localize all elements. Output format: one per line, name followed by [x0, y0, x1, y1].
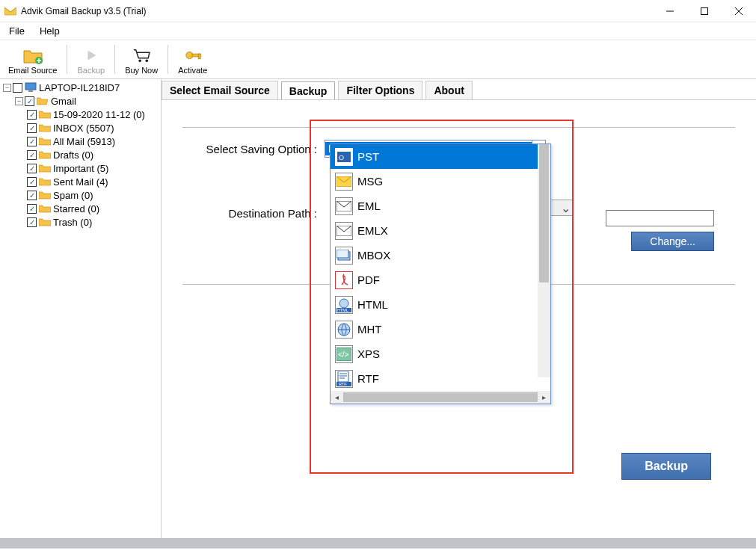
checkbox[interactable]: ✓ — [27, 150, 37, 160]
key-icon — [182, 45, 203, 66]
tree-label: INBOX (5507) — [53, 123, 114, 134]
scroll-right-icon[interactable]: ▸ — [539, 392, 549, 402]
tree-label: Gmail — [51, 96, 76, 107]
tree-folder[interactable]: ✓Sent Mail (4) — [1, 175, 159, 188]
scrollbar-thumb[interactable] — [343, 392, 538, 402]
toolbar-buy-now[interactable]: Buy Now — [120, 42, 163, 77]
dropdown-item-html[interactable]: HTMLHTML — [331, 292, 550, 317]
dropdown-item-emlx[interactable]: EMLX — [331, 218, 550, 243]
checkbox[interactable]: ✓ — [27, 191, 37, 200]
svg-rect-11 — [28, 90, 33, 92]
dropdown-item-label: MBOX — [357, 249, 390, 262]
tree-root[interactable]: − LAPTOP-IL218ID7 — [1, 81, 159, 94]
menu-file[interactable]: File — [6, 24, 28, 38]
dropdown-item-label: RTF — [357, 372, 379, 385]
checkbox[interactable]: ✓ — [27, 110, 37, 120]
toolbar-activate[interactable]: Activate — [173, 42, 212, 77]
change-button[interactable]: Change... — [631, 232, 714, 251]
maximize-button[interactable] — [687, 0, 722, 22]
dropdown-item-mbox[interactable]: MBOX — [331, 243, 550, 268]
tree-folder[interactable]: ✓Drafts (0) — [1, 148, 159, 161]
tab-about[interactable]: About — [425, 81, 472, 99]
dropdown-item-label: MSG — [357, 175, 383, 188]
dropdown-list: OPST MSG EML EMLX MBOX PDF HTMLHTML MHT … — [331, 144, 550, 391]
scrollbar-thumb[interactable] — [539, 144, 549, 282]
dropdown-item-mht[interactable]: MHT — [331, 317, 550, 342]
toolbar: Email Source Backup Buy Now Activate — [0, 40, 756, 79]
dropdown-item-pdf[interactable]: PDF — [331, 268, 550, 292]
menu-help[interactable]: Help — [37, 24, 63, 38]
folder-icon — [39, 136, 51, 146]
close-button[interactable] — [722, 0, 756, 22]
svg-rect-25 — [338, 371, 348, 382]
svg-text:HTML: HTML — [337, 308, 348, 312]
tree-folder[interactable]: ✓All Mail (5913) — [1, 135, 159, 148]
mbox-icon — [335, 247, 353, 265]
titlebar: Advik Gmail Backup v3.5 (Trial) — [0, 0, 756, 22]
folder-icon — [39, 217, 51, 227]
tab-select-email-source[interactable]: Select Email Source — [162, 81, 278, 99]
dropdown-vscrollbar[interactable] — [538, 144, 550, 377]
tree-folder[interactable]: ✓Important (5) — [1, 161, 159, 175]
tree-folder[interactable]: ✓15-09-2020 11-12 (0) — [1, 108, 159, 121]
expander-icon[interactable]: − — [15, 97, 23, 105]
toolbar-backup[interactable]: Backup — [72, 42, 110, 77]
secondary-combo[interactable]: ⌄ — [549, 200, 574, 216]
tree-folder[interactable]: ✓INBOX (5507) — [1, 121, 159, 135]
svg-point-19 — [339, 299, 348, 308]
checkbox[interactable]: ✓ — [27, 123, 37, 133]
destination-label: Destination Path : — [182, 207, 325, 220]
tree-label: Trash (0) — [53, 217, 92, 228]
menubar: File Help — [0, 22, 756, 40]
dropdown-item-label: PDF — [357, 274, 380, 286]
dropdown-item-rtf[interactable]: RTFRTF — [331, 366, 550, 391]
tree-folder[interactable]: ✓Spam (0) — [1, 188, 159, 202]
tab-filter-options[interactable]: Filter Options — [338, 81, 422, 99]
scroll-left-icon[interactable]: ◂ — [332, 392, 342, 402]
content-pane: Select Email Source Backup Filter Option… — [162, 79, 756, 538]
tree-folder[interactable]: ✓Trash (0) — [1, 215, 159, 229]
pdf-icon — [335, 271, 353, 289]
divider — [182, 127, 735, 128]
dropdown-hscrollbar[interactable]: ◂ ▸ — [331, 391, 550, 404]
checkbox[interactable]: ✓ — [25, 96, 34, 106]
emlx-icon — [335, 222, 353, 240]
dropdown-item-label: EMLX — [357, 224, 388, 237]
dropdown-item-pst[interactable]: OPST — [331, 144, 550, 169]
minimize-button[interactable] — [653, 0, 687, 22]
tree-label: Important (5) — [53, 163, 108, 174]
toolbar-label: Buy Now — [125, 66, 158, 75]
svg-point-6 — [146, 59, 149, 62]
xps-icon: </> — [335, 345, 353, 363]
svg-point-5 — [138, 59, 141, 62]
main-area: − LAPTOP-IL218ID7 − ✓ Gmail ✓15-09-2020 … — [0, 79, 756, 538]
dropdown-item-msg[interactable]: MSG — [331, 169, 550, 194]
checkbox[interactable]: ✓ — [27, 204, 37, 214]
expander-icon[interactable]: − — [3, 84, 11, 92]
backup-button[interactable]: Backup — [621, 453, 711, 480]
tab-backup[interactable]: Backup — [281, 81, 336, 100]
folder-icon — [39, 190, 51, 200]
checkbox[interactable]: ✓ — [27, 217, 37, 227]
toolbar-email-source[interactable]: Email Source — [3, 42, 62, 77]
tree-label: 15-09-2020 11-12 (0) — [53, 109, 145, 120]
app-icon — [4, 5, 16, 17]
checkbox[interactable] — [13, 83, 22, 93]
folder-icon — [39, 163, 51, 173]
checkbox[interactable]: ✓ — [27, 177, 37, 187]
play-icon — [81, 45, 102, 66]
destination-path-input[interactable] — [606, 210, 714, 226]
folder-icon — [39, 123, 51, 133]
folder-tree: − LAPTOP-IL218ID7 − ✓ Gmail ✓15-09-2020 … — [0, 79, 162, 538]
checkbox[interactable]: ✓ — [27, 137, 37, 146]
checkbox[interactable]: ✓ — [27, 164, 37, 173]
tree-folder[interactable]: ✓Starred (0) — [1, 202, 159, 215]
svg-text:</>: </> — [338, 350, 349, 359]
svg-text:RTF: RTF — [339, 382, 347, 386]
tree-label: Starred (0) — [53, 203, 99, 214]
tree-gmail[interactable]: − ✓ Gmail — [1, 94, 159, 108]
dropdown-item-xps[interactable]: </>XPS — [331, 342, 550, 366]
chevron-down-icon: ⌄ — [559, 201, 571, 214]
dropdown-item-eml[interactable]: EML — [331, 194, 550, 218]
folder-icon — [39, 176, 51, 187]
